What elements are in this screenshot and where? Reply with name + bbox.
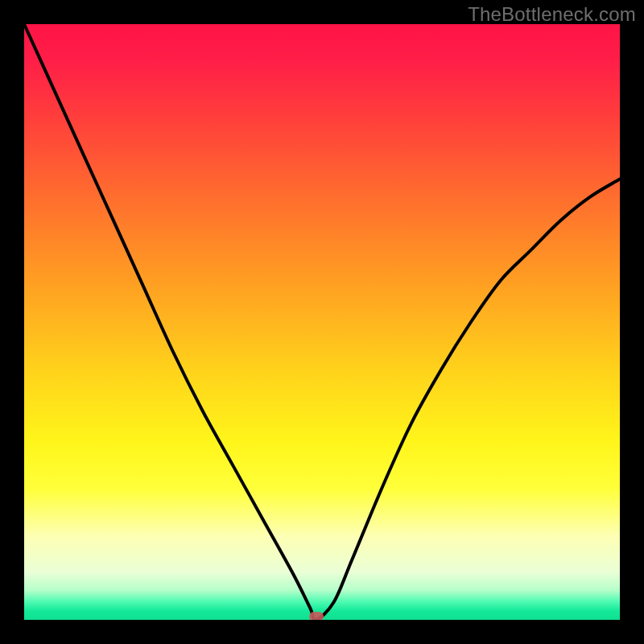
optimal-marker [309, 612, 324, 620]
bottleneck-curve-svg [24, 24, 620, 620]
watermark-text: TheBottleneck.com [468, 3, 636, 26]
chart-frame [24, 24, 620, 620]
bottleneck-curve [24, 24, 620, 620]
